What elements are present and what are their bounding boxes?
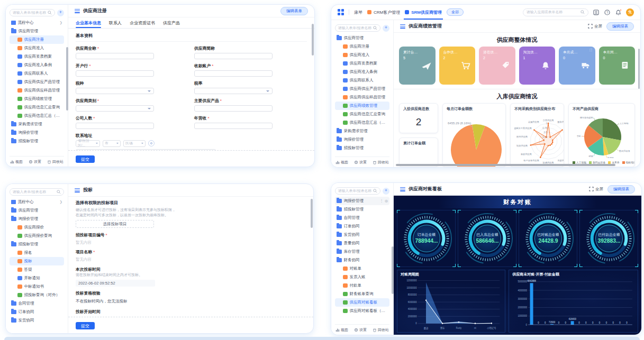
footer-view[interactable]: 视图 <box>335 327 348 333</box>
home-tab[interactable]: 康琴 <box>354 10 362 15</box>
sidebar-item[interactable]: 供应商信息汇总（对... <box>10 112 64 120</box>
overview-card[interactable]: 潜在供应商2 <box>479 47 515 85</box>
tab-srm[interactable]: SRM供应商管理 <box>405 5 442 20</box>
sidebar-item[interactable]: 供应商资质档案 <box>335 59 389 68</box>
sidebar-item[interactable]: 付款单 <box>335 281 389 290</box>
edit-report-button[interactable]: 编辑报表 <box>606 22 634 31</box>
sidebar-item[interactable]: 投标 <box>10 257 64 265</box>
address-select[interactable]: 区/县 <box>123 140 146 147</box>
sidebar-search-input[interactable]: 请输入表单/报表名称 <box>10 9 55 16</box>
sidebar-item[interactable]: 供应商供应样品管理 <box>335 93 389 102</box>
text-input[interactable] <box>76 53 154 60</box>
sidebar-item[interactable]: 中标通知书 <box>10 282 64 291</box>
sidebar-item[interactable]: 供应商注册 <box>10 35 64 44</box>
footer-view[interactable]: 视图 <box>335 160 348 165</box>
sidebar-item[interactable]: 财务账单查询 <box>335 290 389 298</box>
address-select[interactable]: 省/自治区/... <box>76 140 100 147</box>
horizontal-scrollbar[interactable] <box>396 164 615 166</box>
user-avatar[interactable]: 兔 <box>626 8 634 16</box>
sidebar-item[interactable]: 询报价管理 <box>10 128 64 137</box>
sidebar-item[interactable]: 财务协同 <box>335 256 389 264</box>
fullscreen-button[interactable]: 全屏 <box>589 187 603 192</box>
scrollbar[interactable] <box>312 24 314 56</box>
sidebar-item[interactable]: 供应商准入条例 <box>10 61 64 69</box>
tab-item[interactable]: 供应产品 <box>163 17 180 28</box>
select-input[interactable] <box>76 105 154 112</box>
sidebar-item[interactable]: 订单协同 <box>10 308 64 316</box>
tab-active[interactable]: 企业基本信息 <box>76 17 101 28</box>
sidebar-item[interactable]: 供应商供应样品管理 <box>10 86 64 95</box>
sidebar-item[interactable]: 合同管理 <box>10 299 64 308</box>
sidebar-item[interactable]: 供应商报价 <box>10 223 64 232</box>
sidebar-item[interactable]: 合同管理 <box>335 214 389 222</box>
sidebar-item[interactable]: 供应商信息汇总（对... <box>335 118 389 127</box>
footer-trash[interactable]: 回收站 <box>373 160 389 165</box>
submit-button[interactable]: 提交 <box>76 155 95 163</box>
sidebar-item[interactable]: 询报价管理⋮◎ <box>335 197 389 205</box>
all-apps-pill[interactable]: 全部 <box>447 8 464 16</box>
form-menu-icon[interactable] <box>400 24 405 29</box>
sidebar-item[interactable]: 采购需求管理 <box>10 120 64 128</box>
sidebar-item[interactable]: 供应商报价查询 <box>10 232 64 240</box>
sidebar-item[interactable]: 供应商资质档案 <box>10 52 64 61</box>
submit-button[interactable]: 提交 <box>76 322 95 329</box>
select-input[interactable] <box>194 88 273 95</box>
fullscreen-button[interactable]: 全屏 <box>588 24 602 29</box>
add-form-button[interactable]: + <box>383 188 389 195</box>
sidebar-scrollbar[interactable] <box>66 47 68 111</box>
form-menu-icon[interactable] <box>400 187 405 191</box>
footer-trash[interactable]: 回收站 <box>373 327 389 333</box>
scrollbar[interactable] <box>311 199 313 228</box>
sidebar-item[interactable]: 供应商准入 <box>335 51 389 59</box>
sidebar-item[interactable]: 询报价管理 <box>335 135 389 144</box>
sidebar-item[interactable]: 采购需求管理 <box>335 127 389 135</box>
vertical-scrollbar[interactable] <box>638 49 640 89</box>
add-form-button[interactable]: + <box>57 10 64 16</box>
text-input[interactable] <box>194 105 273 112</box>
edit-report-button[interactable]: 编辑报表 <box>607 185 635 194</box>
sidebar-item[interactable]: 报名 <box>10 249 64 257</box>
sidebar-item[interactable]: 答疑 <box>10 265 64 274</box>
sidebar-item[interactable]: 供应商供应产品管理 <box>10 78 64 86</box>
form-menu-icon[interactable] <box>75 188 80 192</box>
sidebar-item[interactable]: 供应商管理 <box>335 34 389 42</box>
sidebar-item[interactable]: 质量协同 <box>335 239 389 247</box>
sidebar-item[interactable]: 供应商管理 <box>10 27 64 35</box>
select-project-button[interactable]: 选择投标项目 <box>76 220 154 228</box>
sidebar-item[interactable]: 库存管理 <box>335 247 389 256</box>
overview-card[interactable]: 累计合作供...5 <box>399 47 436 85</box>
text-input[interactable] <box>194 53 273 60</box>
sidebar-item[interactable]: 供应商供应产品管理 <box>335 85 389 93</box>
sidebar-item[interactable]: 发票入账 <box>335 273 389 281</box>
sidebar-item[interactable]: 流程中心❯ <box>10 19 64 27</box>
edit-form-button[interactable]: 编辑表单 <box>280 7 308 15</box>
overview-card[interactable]: 本月成交入...0⛶ <box>559 47 595 85</box>
text-input[interactable] <box>194 70 273 77</box>
tab-item[interactable]: 联系人 <box>109 17 122 28</box>
sidebar-item[interactable]: 供应商信息汇总查询 <box>10 103 64 112</box>
refresh-icon[interactable]: ⛶ <box>589 49 592 52</box>
footer-view[interactable]: 视图 <box>10 159 23 164</box>
sidebar-item[interactable]: 招投标管理 <box>335 144 389 152</box>
sidebar-item[interactable]: 供应商对账看板（对... <box>335 307 389 315</box>
more-icon[interactable]: ⋮ <box>380 199 384 203</box>
sidebar-search-input[interactable]: 请输入表单/报表名称 <box>10 188 64 196</box>
text-input[interactable] <box>194 123 273 130</box>
app-search-input[interactable]: 请输入应用或表单名称 <box>523 8 588 16</box>
target-icon[interactable]: ◎ <box>385 199 388 203</box>
form-menu-icon[interactable] <box>75 9 80 13</box>
footer-trash[interactable]: 回收站 <box>47 159 64 164</box>
sidebar-item[interactable]: 供应商管理 <box>10 206 64 215</box>
workbench-icon[interactable] <box>593 9 600 16</box>
add-form-button[interactable]: + <box>383 25 389 32</box>
help-icon[interactable]: ? <box>604 9 611 16</box>
sidebar-search-input[interactable]: 请输入表单/报表名称 <box>335 24 380 32</box>
apps-grid-icon[interactable] <box>338 9 344 15</box>
sidebar-scrollbar[interactable] <box>392 246 394 294</box>
tab-crm[interactable]: CRM客户管理 <box>367 5 400 20</box>
select-input[interactable] <box>76 88 154 95</box>
overview-card[interactable]: 本月回执单...0 <box>599 47 636 85</box>
footer-gear[interactable]: 设置 <box>29 159 41 164</box>
sidebar-item[interactable]: 招投标查询（对外） <box>10 291 64 299</box>
sidebar-item[interactable]: 招投标管理 <box>10 240 64 249</box>
